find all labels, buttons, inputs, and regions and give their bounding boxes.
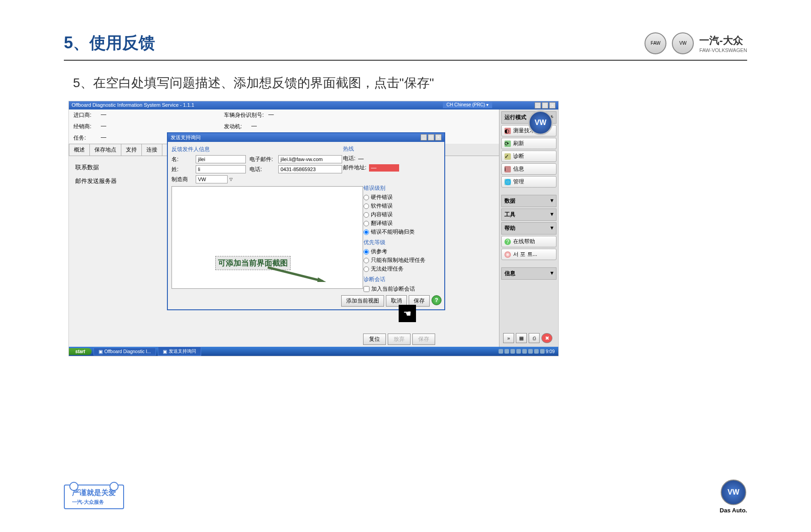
description-textarea[interactable]: 可添加当前界面截图	[172, 186, 363, 289]
name-input[interactable]	[196, 155, 246, 163]
taskbar: start ▣Offboard Diagnostic I... ▣发送支持询问 …	[69, 347, 558, 356]
tray-icon[interactable]	[516, 349, 521, 354]
hotline-phone-val: —	[358, 156, 364, 162]
gauge-icon: ◐	[504, 128, 511, 134]
print-icon[interactable]: ⎙	[529, 333, 540, 343]
task-value: —	[101, 134, 114, 142]
footer-logo: VW Das Auto.	[720, 480, 747, 514]
lifesaver-icon	[504, 251, 511, 258]
tab-support[interactable]: 支持	[121, 144, 142, 156]
vw-logo-big-icon: VW	[528, 110, 553, 135]
tab-connection[interactable]: 连接	[141, 144, 162, 156]
list-item-mailserver[interactable]: 邮件发送服务器	[73, 174, 156, 188]
taskbar-item-app[interactable]: ▣Offboard Diagnostic I...	[94, 348, 156, 355]
dealer-label: 经销商:	[73, 123, 96, 130]
tray-icon[interactable]	[534, 349, 539, 354]
online-help-button[interactable]: ?在线帮助	[501, 236, 556, 247]
dialog-minimize-icon[interactable]: _	[421, 134, 427, 141]
globe-icon: 🌐	[504, 179, 511, 185]
info-button[interactable]: i信息	[501, 163, 556, 175]
hotline-email-val: —	[369, 164, 399, 172]
radio-unclear-error[interactable]	[364, 229, 369, 235]
mfr-label: 制造商	[172, 176, 192, 183]
brand-subtext: FAW-VOLKSWAGEN	[699, 47, 747, 53]
list-item-contact[interactable]: 联系数据	[73, 161, 156, 174]
maximize-icon[interactable]: □	[542, 102, 548, 109]
phone-input[interactable]	[278, 165, 342, 173]
close-icon[interactable]: ×	[549, 102, 556, 109]
taskbar-item-dialog[interactable]: ▣发送支持询问	[158, 347, 201, 356]
stamp-badge: 严谨就是关爱 一汽-大众服务	[64, 485, 124, 509]
hotline-email-label: 邮件地址:	[343, 164, 366, 172]
slide-subtitle: 5、在空白处填写问题描述、添加想反馈的界面截图，点击"保存"	[64, 74, 747, 92]
language-selector[interactable]: CH Chinese (PRC) ▾	[443, 101, 492, 108]
discard-button: 放弃	[388, 334, 411, 345]
session-checkbox[interactable]	[364, 286, 369, 292]
chevron-down-icon[interactable]: ▽	[229, 177, 233, 182]
radio-trans-error[interactable]	[364, 221, 369, 226]
tray-icon[interactable]	[499, 349, 503, 354]
engine-label: 发动机:	[224, 123, 247, 130]
vin-label: 车辆身份识别号:	[224, 111, 264, 119]
add-view-button[interactable]: 添加当前视图	[341, 295, 384, 307]
tray-icon[interactable]	[504, 349, 509, 354]
tab-savelocation[interactable]: 保存地点	[89, 144, 121, 156]
engine-value: —	[251, 123, 265, 130]
mfr-input[interactable]	[196, 175, 228, 183]
admin-button[interactable]: 🌐管理	[501, 176, 556, 188]
slide-title: 5、使用反馈	[64, 32, 155, 54]
surname-label: 姓:	[172, 166, 192, 173]
app-task-icon: ▣	[99, 349, 103, 354]
sidebar-section-info[interactable]: 信息▾	[501, 267, 556, 280]
feedback-dialog: 发送支持询问 _ □ × 反馈发件人信息 名: 电子邮件:	[167, 132, 445, 310]
divider	[64, 60, 747, 61]
tab-overview[interactable]: 概述	[69, 144, 90, 156]
refresh-button[interactable]: ⟳刷新	[501, 138, 556, 149]
diag-button[interactable]: ✓诊断	[501, 151, 556, 162]
diag-icon: ✓	[504, 153, 511, 160]
start-button[interactable]: start	[69, 348, 92, 355]
radio-hw-error[interactable]	[364, 195, 369, 200]
header-logos: FAW VW 一汽-大众 FAW-VOLKSWAGEN	[645, 32, 747, 54]
error-section: 错误级别	[364, 184, 439, 192]
vin-value: —	[268, 111, 282, 119]
expand-icon[interactable]: »	[503, 333, 514, 343]
radio-sw-error[interactable]	[364, 203, 369, 209]
name-label: 名:	[172, 156, 192, 163]
session-section: 诊断会话	[364, 276, 439, 283]
email-input[interactable]	[278, 155, 342, 163]
brand-text: 一汽-大众	[699, 34, 747, 47]
dialog-close-icon[interactable]: ×	[435, 134, 442, 141]
vw-footer-icon: VW	[721, 480, 746, 505]
help-icon[interactable]: ?	[431, 295, 442, 305]
window-title: Offboard Diagnostic Information System S…	[72, 102, 194, 109]
save-button-bottom: 保存	[412, 334, 435, 345]
sidebar-section-help[interactable]: 帮助▾	[501, 222, 556, 235]
info-icon: i	[504, 166, 511, 172]
help-circle-icon: ?	[504, 239, 511, 245]
task-label: 任务:	[73, 134, 96, 142]
sidebar-section-tools[interactable]: 工具▾	[501, 209, 556, 221]
hotline-phone-label: 电话:	[343, 155, 355, 162]
minimize-icon[interactable]: _	[535, 102, 541, 109]
radio-priority-limited[interactable]	[364, 258, 369, 263]
email-label: 电子邮件:	[250, 156, 275, 163]
tray-icon[interactable]	[510, 349, 515, 354]
radio-priority-unable[interactable]	[364, 266, 369, 272]
dialog-maximize-icon[interactable]: □	[428, 134, 434, 141]
sidebar-section-data[interactable]: 数据▾	[501, 195, 556, 207]
tray-icon[interactable]	[522, 349, 527, 354]
grid-icon[interactable]: ▦	[516, 333, 527, 343]
hotline-section: 热线	[343, 145, 439, 153]
dialog-task-icon: ▣	[163, 349, 167, 354]
radio-content-error[interactable]	[364, 212, 369, 218]
radio-priority-ref[interactable]	[364, 249, 369, 255]
surname-input[interactable]	[196, 165, 246, 173]
tray-icon[interactable]	[528, 349, 533, 354]
system-tray[interactable]: 9:09	[495, 348, 558, 355]
refresh-icon: ⟳	[504, 141, 511, 147]
support-button[interactable]: 서 포 트...	[501, 249, 556, 260]
reset-button[interactable]: 复位	[363, 334, 386, 345]
error-icon[interactable]: ✖	[541, 333, 552, 343]
tray-icon[interactable]	[540, 349, 545, 354]
